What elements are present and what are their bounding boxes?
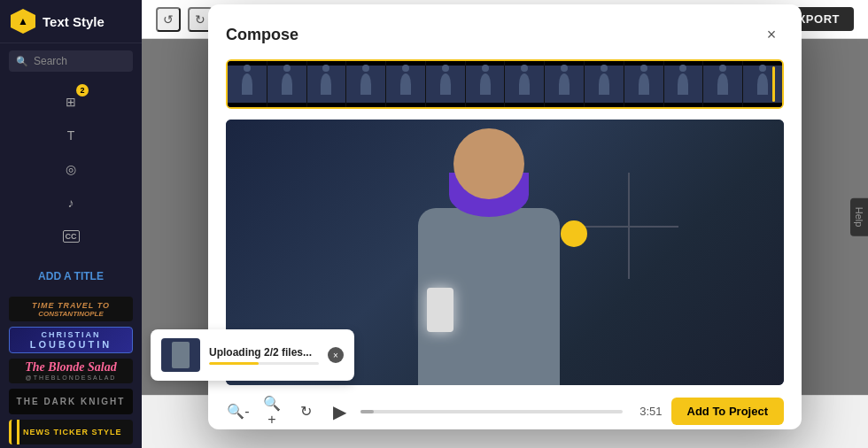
filmstrip-frame bbox=[346, 61, 386, 107]
template-item[interactable]: NEWS TICKER STYLE bbox=[9, 420, 133, 444]
template-label: NEWS TICKER STYLE bbox=[23, 428, 122, 436]
redo-icon: ↻ bbox=[195, 12, 205, 27]
video-controls: 🔍- 🔍+ ↻ ▶ 3:51 Add To Project bbox=[226, 398, 784, 425]
notification-badge: 2 bbox=[76, 84, 89, 97]
sidebar: ▲ Text Style 🔍 Search ⊞ 2 T ◎ ♪ CC ADD A… bbox=[0, 0, 142, 448]
zoom-out-icon: 🔍- bbox=[227, 403, 249, 420]
canvas-area: Compose × bbox=[142, 39, 868, 395]
template-item[interactable]: THE DARK KNIGHT bbox=[9, 389, 133, 413]
template-item[interactable]: CHRISTIAN LOUBOUTIN bbox=[9, 327, 133, 352]
filmstrip-frame bbox=[267, 61, 307, 107]
template-item[interactable]: The Blonde Salad @THEBLONDESALAD bbox=[9, 359, 133, 383]
template-sublabel: CONSTANTINOPLE bbox=[38, 310, 104, 318]
play-icon: ▶ bbox=[333, 401, 346, 422]
upload-info: Uploading 2/2 files... bbox=[209, 346, 319, 365]
filmstrip[interactable] bbox=[226, 59, 784, 109]
zoom-in-button[interactable]: 🔍+ bbox=[260, 399, 284, 424]
template-label: TIME TRAVEL TO bbox=[32, 301, 110, 310]
main-area: ↺ ↻ ⚙ ⤴ Untitled project #1 🗁 EXPORT C bbox=[142, 0, 868, 448]
rotate-icon: ↻ bbox=[300, 403, 312, 420]
zoom-out-button[interactable]: 🔍- bbox=[226, 399, 251, 424]
audio-icon: ♪ bbox=[68, 196, 74, 210]
fx-icon: ◎ bbox=[66, 162, 76, 176]
upload-thumb-person bbox=[172, 342, 190, 368]
play-button[interactable]: ▶ bbox=[327, 399, 352, 424]
filmstrip-frame bbox=[505, 61, 545, 107]
sidebar-nav-media[interactable]: ⊞ 2 bbox=[55, 86, 87, 118]
person-shape bbox=[418, 208, 560, 385]
filmstrip-frame bbox=[386, 61, 426, 107]
template-item[interactable]: TIME TRAVEL TO CONSTANTINOPLE bbox=[9, 297, 133, 321]
modal-title: Compose bbox=[226, 26, 298, 44]
sidebar-nav-fx[interactable]: ◎ bbox=[55, 153, 87, 185]
filmstrip-frame bbox=[703, 61, 743, 107]
text-icon: T bbox=[67, 128, 75, 143]
time-display: 3:51 bbox=[632, 405, 663, 418]
logo-icon: ▲ bbox=[11, 9, 35, 34]
template-list: TIME TRAVEL TO CONSTANTINOPLE CHRISTIAN … bbox=[0, 293, 142, 448]
upload-text: Uploading 2/2 files... bbox=[209, 346, 319, 359]
template-label: The Blonde Salad bbox=[25, 360, 116, 375]
filmstrip-playhead[interactable] bbox=[772, 66, 775, 102]
upload-progress-bar bbox=[209, 362, 319, 365]
video-person bbox=[418, 208, 560, 385]
sidebar-header: ▲ Text Style bbox=[0, 0, 142, 43]
person-phone bbox=[427, 288, 453, 332]
sidebar-nav: ⊞ 2 T ◎ ♪ CC bbox=[0, 79, 142, 259]
search-bar[interactable]: 🔍 Search bbox=[9, 50, 133, 72]
bg-line-h bbox=[572, 226, 678, 228]
search-input[interactable]: Search bbox=[34, 55, 67, 67]
cc-icon: CC bbox=[63, 230, 80, 243]
sidebar-title: Text Style bbox=[43, 14, 105, 29]
bg-line-v bbox=[628, 173, 630, 279]
filmstrip-frame bbox=[426, 61, 466, 107]
search-icon: 🔍 bbox=[16, 56, 28, 67]
sidebar-nav-text[interactable]: T bbox=[55, 120, 87, 151]
template-label: CHRISTIAN bbox=[42, 330, 101, 339]
template-label: THE DARK KNIGHT bbox=[17, 397, 126, 406]
add-title-button[interactable]: ADD A TITLE bbox=[0, 263, 142, 290]
rotate-button[interactable]: ↻ bbox=[293, 399, 318, 424]
undo-icon: ↺ bbox=[163, 12, 174, 27]
filmstrip-frame bbox=[307, 61, 347, 107]
progress-bar[interactable] bbox=[360, 410, 623, 413]
template-sublabel: @THEBLONDESALAD bbox=[26, 375, 117, 381]
filmstrip-frame bbox=[466, 61, 506, 107]
progress-fill bbox=[360, 410, 374, 413]
person-body bbox=[418, 208, 560, 385]
filmstrip-frame bbox=[743, 61, 782, 107]
upload-thumbnail bbox=[161, 338, 200, 372]
upload-notification: Uploading 2/2 files... × bbox=[151, 329, 354, 381]
media-icon: ⊞ bbox=[66, 95, 76, 109]
modal-header: Compose × bbox=[226, 22, 784, 47]
zoom-in-icon: 🔍+ bbox=[260, 395, 284, 428]
template-sublabel: LOUBOUTIN bbox=[30, 339, 112, 350]
filmstrip-frame bbox=[585, 61, 624, 107]
person-head bbox=[453, 128, 524, 199]
upload-progress-fill bbox=[209, 362, 259, 365]
add-to-project-button[interactable]: Add To Project bbox=[671, 398, 784, 425]
sidebar-nav-audio[interactable]: ♪ bbox=[55, 187, 87, 219]
filmstrip-frame bbox=[664, 61, 704, 107]
filmstrip-frame bbox=[624, 61, 664, 107]
filmstrip-frame bbox=[228, 61, 267, 107]
yellow-ball bbox=[561, 220, 587, 247]
upload-close-button[interactable]: × bbox=[328, 347, 344, 363]
undo-button[interactable]: ↺ bbox=[156, 7, 181, 32]
modal-close-button[interactable]: × bbox=[759, 22, 784, 47]
sidebar-nav-cc[interactable]: CC bbox=[55, 220, 87, 252]
filmstrip-frame bbox=[545, 61, 585, 107]
